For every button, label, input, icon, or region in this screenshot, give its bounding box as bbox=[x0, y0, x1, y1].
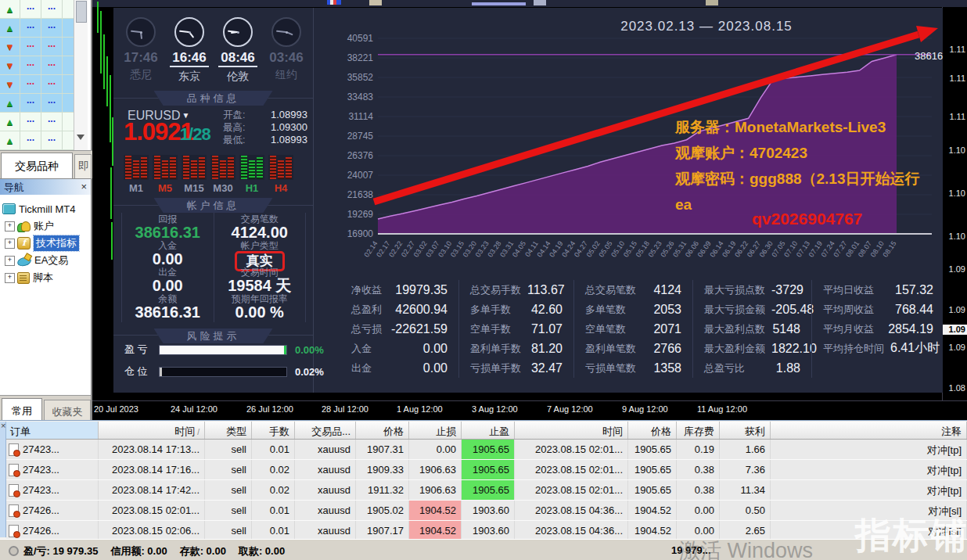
order-cell-8: 2023.08.15 02:01... bbox=[515, 440, 628, 459]
column-header-9[interactable]: 价格 bbox=[628, 422, 677, 439]
stat-row: 总盈亏比1.88 bbox=[704, 358, 800, 378]
stat-row: 总亏损-22621.59 bbox=[351, 319, 448, 339]
order-cell-8: 2023.08.15 02:01... bbox=[515, 460, 628, 479]
tab-market-watch[interactable]: 交易品种 bbox=[1, 153, 73, 179]
expand-plus-icon[interactable]: + bbox=[5, 239, 15, 249]
stat-value: 1358 bbox=[653, 361, 681, 375]
quote-cell: ... bbox=[41, 75, 63, 93]
tab-tick-chart[interactable]: 即 bbox=[74, 154, 92, 179]
column-header-4[interactable]: 交易品... bbox=[295, 422, 356, 439]
column-header-7[interactable]: 止盈 bbox=[462, 422, 515, 439]
sidebar-item-f[interactable]: +f技术指标 bbox=[0, 235, 91, 252]
account-label: 帐户类型 bbox=[214, 241, 306, 251]
risk-row: 仓 位0.02% bbox=[124, 364, 324, 379]
column-header-10[interactable]: 库存费 bbox=[677, 422, 720, 439]
timeframe-button-M1[interactable]: M1 bbox=[124, 155, 149, 194]
svg-text:31114: 31114 bbox=[348, 111, 373, 122]
market-watch-row[interactable]: ▲...... bbox=[0, 131, 74, 150]
expand-plus-icon[interactable]: + bbox=[5, 221, 15, 232]
sidebar-item-script[interactable]: +脚本 bbox=[0, 269, 91, 286]
svg-text:35852: 35852 bbox=[347, 72, 374, 83]
terminal-side-strip bbox=[0, 422, 6, 537]
timeframe-button-M30[interactable]: M30 bbox=[210, 155, 235, 194]
column-header-5[interactable]: 价格 bbox=[356, 422, 409, 439]
market-watch-row[interactable]: ▲...... bbox=[0, 113, 74, 131]
nav-tab-1[interactable]: 收藏夹 bbox=[44, 400, 91, 422]
time-axis-label: 11 Aug 12:00 bbox=[697, 404, 747, 414]
stat-value: 0.00 bbox=[423, 361, 448, 375]
quote-dots: ... bbox=[48, 1, 56, 12]
timeframe-button-H1[interactable]: H1 bbox=[239, 155, 264, 194]
navigator-tree: Tickmill MT4+账户+f技术指标+EA交易+脚本 bbox=[0, 195, 91, 286]
nav-tab-0[interactable]: 常用 bbox=[2, 398, 42, 422]
toolbar-mini-icon[interactable] bbox=[706, 0, 718, 5]
column-header-11[interactable]: 获利 bbox=[720, 422, 771, 439]
order-cell-7: 1905.65 bbox=[462, 480, 515, 500]
timeframe-label: H4 bbox=[268, 182, 293, 194]
market-watch-scrollbar[interactable] bbox=[74, 0, 88, 150]
timeframe-bars-icon bbox=[153, 155, 178, 180]
column-header-8[interactable]: 时间 bbox=[515, 422, 628, 439]
sidebar-item-ea[interactable]: +EA交易 bbox=[0, 252, 91, 269]
market-watch-row[interactable]: ▲...... bbox=[0, 0, 74, 19]
close-icon[interactable]: × bbox=[81, 181, 87, 192]
column-header-0[interactable]: 订单 bbox=[6, 422, 99, 439]
svg-text:19269: 19269 bbox=[347, 209, 374, 220]
toolbar-mini-icon[interactable] bbox=[369, 0, 382, 5]
mt4-chart-background: 1.111.111.111.101.101.101.091.091.091.09… bbox=[92, 0, 967, 420]
chevron-down-icon[interactable] bbox=[77, 135, 84, 144]
status-segment: 取款: 0.00 bbox=[239, 544, 285, 558]
status-segment: 信用额: 0.00 bbox=[110, 544, 167, 558]
risk-progress-bar bbox=[159, 345, 287, 355]
account-value: 0.00 bbox=[122, 251, 214, 267]
ohlc-value: 1.08993 bbox=[271, 109, 307, 121]
column-header-2[interactable]: 类型 bbox=[205, 422, 252, 439]
timeframe-button-M5[interactable]: M5 bbox=[153, 155, 178, 194]
market-watch-row[interactable]: ▲...... bbox=[0, 19, 74, 38]
stat-value: 71.07 bbox=[531, 322, 563, 336]
stat-row: 平均持仓时间6.41小时 bbox=[823, 339, 933, 358]
expand-plus-icon[interactable]: + bbox=[5, 273, 15, 283]
active-tab-indicator[interactable] bbox=[472, 2, 526, 5]
stat-column: 净收益19979.35总盈利42600.94总亏损-22621.59入金0.00… bbox=[314, 280, 458, 378]
market-watch-row[interactable]: ▼...... bbox=[0, 75, 74, 94]
column-header-6[interactable]: 止损 bbox=[409, 422, 462, 439]
order-cell-1: 2023.08.15 02:01... bbox=[99, 501, 205, 520]
clock-time: 16:46 bbox=[170, 50, 208, 67]
column-header-3[interactable]: 手数 bbox=[252, 422, 295, 439]
order-row[interactable]: 27423...2023.08.14 17:42...sell0.02xauus… bbox=[6, 480, 967, 501]
order-cell-10: 0.00 bbox=[677, 501, 720, 520]
column-header-1[interactable]: 时间/ bbox=[99, 422, 205, 439]
nav-tree-root[interactable]: Tickmill MT4 bbox=[0, 200, 91, 217]
market-watch-row[interactable]: ▼...... bbox=[0, 56, 74, 75]
account-cell: 入金0.00 bbox=[122, 241, 214, 267]
account-cell: 帐户类型真实 bbox=[214, 241, 306, 267]
quote-cell: ... bbox=[41, 19, 63, 37]
quote-cell: ... bbox=[20, 0, 41, 18]
stat-label: 总盈亏比 bbox=[704, 361, 745, 375]
quote-cell-empty bbox=[63, 38, 74, 56]
order-cell-7: 1903.60 bbox=[462, 501, 515, 520]
stat-row: 总交易手数113.67 bbox=[470, 280, 563, 300]
order-cell-9: 1904.52 bbox=[628, 501, 677, 520]
close-icon[interactable]: × bbox=[1, 421, 5, 430]
expand-plus-icon[interactable]: + bbox=[5, 256, 15, 266]
toolbar-mini-icon[interactable] bbox=[534, 0, 546, 5]
order-row[interactable]: 27423...2023.08.14 17:16...sell0.02xauus… bbox=[6, 460, 967, 480]
stat-label: 出金 bbox=[351, 361, 372, 375]
stat-value: 32.47 bbox=[531, 361, 563, 375]
status-segment: 盈/亏: 19 979.35 bbox=[23, 544, 98, 558]
market-watch-row[interactable]: ▼...... bbox=[0, 38, 74, 56]
market-watch-row[interactable]: ▲...... bbox=[0, 94, 74, 113]
timeframe-button-H4[interactable]: H4 bbox=[268, 155, 293, 194]
column-header-12[interactable]: 注释 bbox=[771, 422, 967, 439]
timeframe-button-M15[interactable]: M15 bbox=[182, 155, 207, 194]
scrollbar-thumb[interactable] bbox=[76, 1, 87, 23]
order-row[interactable]: 27426...2023.08.15 02:01...sell0.01xauus… bbox=[6, 501, 967, 521]
market-watch-tabs: 交易品种即 bbox=[0, 150, 92, 178]
world-clock: 03:46纽约 bbox=[264, 17, 309, 84]
order-cell-6: 1906.63 bbox=[409, 480, 462, 500]
sidebar-item-acc[interactable]: +账户 bbox=[0, 217, 91, 235]
toolbar-mini-icon[interactable] bbox=[327, 0, 341, 5]
order-row[interactable]: 27423...2023.08.14 17:13...sell0.01xauus… bbox=[6, 440, 967, 460]
